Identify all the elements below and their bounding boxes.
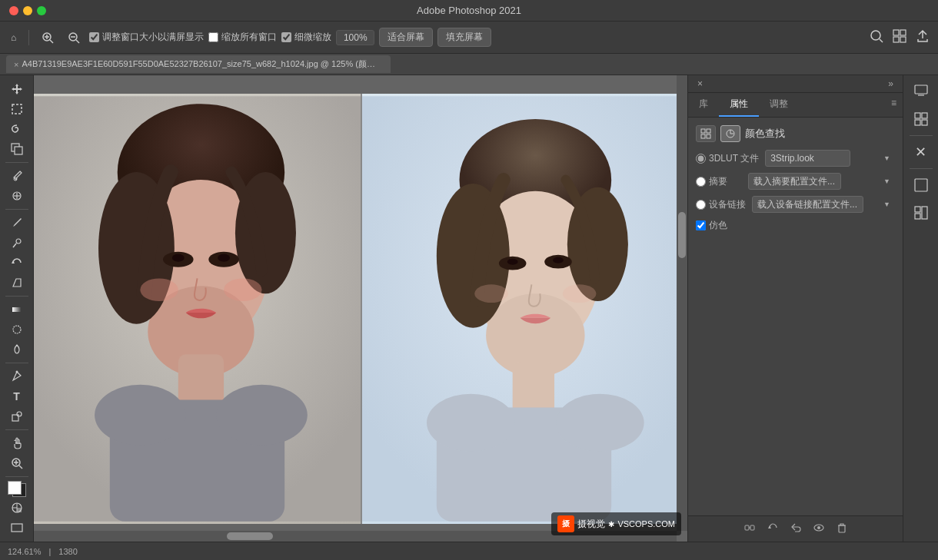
brush-tool[interactable] (5, 214, 29, 232)
device-select[interactable]: 载入设备链接配置文件... (752, 196, 863, 213)
rs-panel-btn-1[interactable] (908, 80, 934, 103)
fit-screen-label: 调整窗口大小以满屏显示 (102, 31, 204, 44)
lasso-tool[interactable] (5, 120, 29, 138)
clone-stamp-tool[interactable] (5, 234, 29, 252)
subtle-zoom-label: 细微缩放 (294, 31, 331, 44)
zoom-in-button[interactable] (37, 29, 58, 46)
move-tool[interactable] (5, 80, 29, 98)
summary-radio[interactable] (696, 177, 706, 187)
svg-rect-10 (900, 30, 906, 35)
svg-rect-90 (915, 120, 920, 125)
share-button[interactable] (913, 27, 932, 48)
hand-tool[interactable] (5, 434, 29, 452)
tool-separator-2 (5, 209, 28, 210)
horizontal-scrollbar-thumb[interactable] (227, 532, 273, 540)
device-radio[interactable] (696, 200, 706, 210)
rs-panel-btn-4[interactable] (908, 201, 934, 224)
back-button[interactable] (787, 521, 804, 537)
svg-rect-93 (915, 207, 920, 212)
svg-point-23 (13, 326, 21, 333)
color-swatch[interactable] (6, 481, 28, 497)
svg-point-20 (16, 239, 21, 244)
minimize-window-button[interactable] (23, 6, 32, 15)
summary-select[interactable]: 载入摘要配置文件... (748, 173, 841, 190)
delete-button[interactable] (833, 521, 850, 537)
tab-bar: × A4B71319E9AE3F1E60D591F55D0AE52327B261… (0, 54, 938, 75)
vertical-scrollbar[interactable] (677, 75, 687, 531)
svg-point-48 (95, 384, 186, 445)
svg-rect-12 (900, 37, 906, 42)
eyedropper-tool[interactable] (5, 167, 29, 185)
subtle-zoom-checkbox[interactable] (281, 32, 291, 42)
blur-tool[interactable] (5, 320, 29, 339)
rs-close-button[interactable]: ✕ (908, 141, 934, 164)
rectangle-select-tool[interactable] (5, 100, 29, 118)
home-button[interactable]: ⌂ (6, 30, 21, 45)
foreground-color-swatch[interactable] (8, 481, 22, 495)
zoom-input[interactable] (336, 30, 374, 45)
panel-header: × » (688, 75, 903, 93)
tab-library[interactable]: 库 (688, 93, 719, 117)
quick-mask-button[interactable] (5, 499, 29, 517)
photo-right: × » (361, 94, 687, 524)
maximize-window-button[interactable] (37, 6, 46, 15)
text-tool[interactable]: T (5, 387, 29, 406)
vertical-scrollbar-thumb[interactable] (678, 212, 686, 258)
3dlut-radio[interactable] (696, 154, 706, 164)
svg-line-28 (19, 466, 22, 469)
grid-mode-button[interactable] (696, 125, 716, 142)
screen-mode-button[interactable] (5, 519, 29, 537)
circle-mode-button[interactable] (720, 125, 740, 142)
tab-close-icon[interactable]: × (14, 60, 18, 69)
fill-screen-button[interactable]: 填充屏幕 (437, 28, 491, 47)
close-window-button[interactable] (9, 6, 18, 15)
toolbar-separator-1 (28, 30, 29, 45)
status-separator: | (48, 547, 51, 556)
watermark: 摄 摄视觉 ✱ VSCOPS.COM (551, 512, 681, 535)
all-windows-checkbox[interactable] (208, 32, 218, 42)
rs-panel-btn-2[interactable] (908, 108, 934, 131)
gradient-tool[interactable] (5, 300, 29, 319)
summary-label: 摘要 (696, 175, 742, 188)
fit-screen-check-group: 调整窗口大小以满屏显示 (89, 31, 204, 44)
document-tab[interactable]: × A4B71319E9AE3F1E60D591F55D0AE52327B261… (6, 55, 391, 73)
tool-separator-1 (5, 162, 28, 163)
watermark-icon: ✱ (608, 520, 614, 529)
svg-rect-13 (12, 104, 22, 114)
pen-tool[interactable] (5, 367, 29, 386)
history-brush-tool[interactable] (5, 253, 29, 272)
tab-adjustments[interactable]: 调整 (759, 93, 799, 117)
svg-point-44 (218, 253, 230, 261)
eraser-tool[interactable] (5, 273, 29, 292)
svg-rect-33 (12, 524, 22, 532)
layout-button[interactable] (890, 27, 909, 48)
rs-panel-btn-3[interactable] (908, 174, 934, 197)
search-button[interactable] (867, 27, 886, 48)
panel-content: 颜色查找 3DLUT 文件 3Strip.look Candlelight.CU… (688, 118, 903, 515)
reset-button[interactable] (764, 521, 781, 537)
svg-point-61 (474, 284, 507, 303)
fit-screen-button[interactable]: 适合屏幕 (379, 28, 433, 47)
magic-wand-tool[interactable] (5, 140, 29, 158)
device-select-wrapper: 载入设备链接配置文件... (752, 196, 895, 213)
fit-screen-checkbox[interactable] (89, 32, 99, 42)
3dlut-select[interactable]: 3Strip.look Candlelight.CUBE DropBlues.3… (765, 150, 850, 167)
dodge-tool[interactable] (5, 340, 29, 359)
svg-rect-76 (707, 134, 710, 138)
panel-close-button[interactable]: × (694, 78, 706, 89)
panel-expand-button[interactable]: » (885, 78, 896, 89)
photo-divider (361, 94, 362, 524)
zoom-out-button[interactable] (63, 29, 85, 46)
zoom-tool[interactable] (5, 454, 29, 472)
svg-rect-86 (915, 85, 927, 94)
visibility-button[interactable] (810, 521, 827, 537)
shape-tool[interactable] (5, 407, 29, 426)
svg-point-60 (553, 257, 564, 263)
tab-properties[interactable]: 属性 (719, 93, 759, 117)
spot-heal-tool[interactable] (5, 187, 29, 205)
panel-menu-icon[interactable]: ≡ (885, 93, 903, 117)
all-windows-check-group: 缩放所有窗口 (208, 31, 277, 44)
dither-checkbox[interactable] (696, 220, 706, 230)
link-layers-button[interactable] (741, 521, 758, 537)
traffic-lights (9, 6, 46, 15)
